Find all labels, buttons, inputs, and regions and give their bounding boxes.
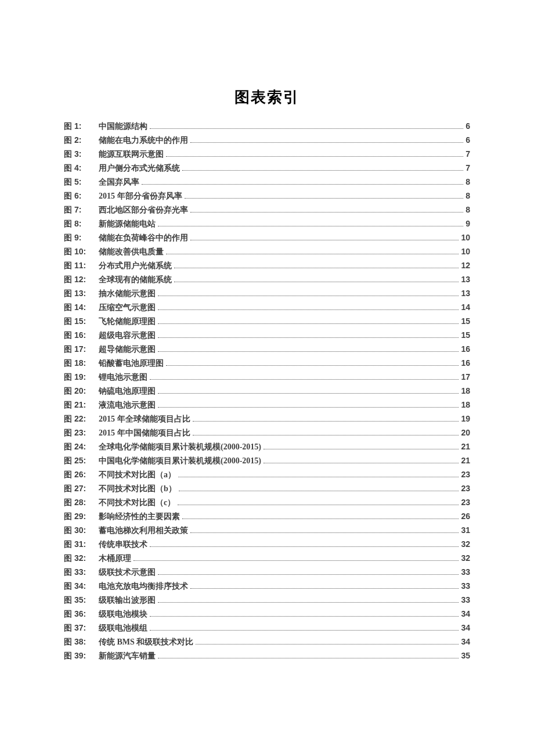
toc-entry-title: 不同技术对比图（a）: [99, 471, 176, 479]
toc-entry-title: 新能源汽车销量: [99, 652, 156, 660]
toc-row[interactable]: 图 35:级联输出波形图33: [64, 593, 470, 607]
toc-entry-page: 35: [461, 651, 470, 660]
toc-entry-title: 分布式用户光储系统: [99, 262, 172, 270]
toc-entry-page: 13: [461, 289, 470, 297]
toc-leader-dots: [182, 519, 459, 519]
toc-entry-title: 钠硫电池原理图: [99, 387, 156, 395]
toc-row[interactable]: 图 16:超级电容示意图15: [64, 328, 470, 342]
toc-row[interactable]: 图 33:级联技术示意图33: [64, 565, 470, 579]
toc-row[interactable]: 图 22:2015 年全球储能项目占比19: [64, 412, 470, 426]
page: 图表索引 图 1:中国能源结构6图 2:储能在电力系统中的作用6图 3:能源互联…: [0, 0, 534, 756]
toc-row[interactable]: 图 32:木桶原理32: [64, 551, 470, 565]
toc-leader-dots: [158, 602, 459, 603]
toc-entry-title: 储能在负荷峰谷中的作用: [99, 234, 188, 242]
toc-entry-page: 7: [466, 150, 470, 158]
toc-leader-dots: [264, 463, 459, 463]
toc-row[interactable]: 图 2:储能在电力系统中的作用6: [64, 133, 470, 147]
toc-row[interactable]: 图 12:全球现有的储能系统13: [64, 272, 470, 286]
toc-row[interactable]: 图 31:传统串联技术32: [64, 537, 470, 551]
toc-entry-label: 图 22:: [64, 415, 99, 423]
toc-entry-label: 图 14:: [64, 303, 99, 312]
toc-row[interactable]: 图 36:级联电池模块34: [64, 607, 470, 621]
toc-entry-label: 图 1:: [64, 122, 99, 131]
toc-row[interactable]: 图 14:压缩空气示意图14: [64, 300, 470, 314]
toc-row[interactable]: 图 3:能源互联网示意图7: [64, 147, 470, 161]
toc-entry-title: 储能改善供电质量: [99, 248, 164, 256]
toc-row[interactable]: 图 20:钠硫电池原理图18: [64, 384, 470, 398]
toc-row[interactable]: 图 23:2015 年中国储能项目占比20: [64, 426, 470, 440]
toc-entry-label: 图 13:: [64, 289, 99, 298]
toc-leader-dots: [190, 240, 459, 240]
toc-entry-page: 10: [461, 247, 470, 255]
toc-entry-page: 20: [461, 429, 470, 437]
toc-row[interactable]: 图 13:抽水储能示意图13: [64, 286, 470, 300]
toc-entry-title: 级联技术示意图: [99, 568, 156, 577]
toc-row[interactable]: 图 1:中国能源结构6: [64, 119, 470, 133]
toc-row[interactable]: 图 39:新能源汽车销量35: [64, 649, 470, 663]
toc-row[interactable]: 图 5:全国弃风率8: [64, 175, 470, 189]
toc-row[interactable]: 图 6:2015 年部分省份弃风率8: [64, 189, 470, 203]
toc-entry-page: 6: [466, 136, 470, 144]
toc-entry-title: 锂电池示意图: [99, 373, 147, 381]
toc-entry-page: 19: [461, 415, 470, 423]
toc-entry-label: 图 4:: [64, 164, 99, 172]
toc-row[interactable]: 图 10:储能改善供电质量10: [64, 244, 470, 258]
toc-entry-title: 用户侧分布式光储系统: [99, 164, 180, 172]
toc-leader-dots: [193, 435, 459, 435]
toc-row[interactable]: 图 7:西北地区部分省份弃光率8: [64, 203, 470, 217]
toc-row[interactable]: 图 27:不同技术对比图（b）23: [64, 481, 470, 495]
toc-entry-title: 影响经济性的主要因素: [99, 513, 180, 521]
toc-leader-dots: [158, 574, 459, 575]
toc-entry-page: 34: [461, 638, 470, 646]
toc-entry-label: 图 3:: [64, 150, 99, 159]
toc-entry-title: 铅酸蓄电池原理图: [99, 359, 164, 368]
toc-row[interactable]: 图 34:电池充放电均衡排序技术33: [64, 579, 470, 593]
toc-row[interactable]: 图 26:不同技术对比图（a）23: [64, 467, 470, 481]
toc-entry-label: 图 37:: [64, 624, 99, 632]
toc-entry-label: 图 33:: [64, 568, 99, 577]
toc-leader-dots: [158, 407, 459, 408]
toc-row[interactable]: 图 30:蓄电池梯次利用相关政策31: [64, 523, 470, 537]
toc-entry-page: 32: [461, 540, 470, 548]
toc-leader-dots: [158, 393, 459, 394]
toc-entry-title: 液流电池示意图: [99, 401, 156, 409]
toc-row[interactable]: 图 24:全球电化学储能项目累计装机规模(2000-2015)21: [64, 440, 470, 453]
toc-entry-title: 新能源储能电站: [99, 220, 156, 228]
toc-row[interactable]: 图 9:储能在负荷峰谷中的作用10: [64, 231, 470, 244]
toc-row[interactable]: 图 29:影响经济性的主要因素26: [64, 509, 470, 523]
toc-entry-label: 图 30:: [64, 526, 99, 535]
toc-entry-label: 图 8:: [64, 219, 99, 228]
toc-entry-title: 压缩空气示意图: [99, 304, 156, 312]
toc-row[interactable]: 图 15:飞轮储能原理图15: [64, 314, 470, 328]
toc-leader-dots: [134, 560, 459, 561]
toc-entry-page: 15: [461, 317, 470, 325]
toc-leader-dots: [190, 532, 459, 533]
toc-entry-label: 图 5:: [64, 178, 99, 186]
toc-row[interactable]: 图 11:分布式用户光储系统12: [64, 258, 470, 272]
toc-entry-page: 32: [461, 554, 470, 562]
toc-row[interactable]: 图 37:级联电池模组34: [64, 621, 470, 635]
toc-leader-dots: [158, 323, 459, 324]
toc-row[interactable]: 图 19:锂电池示意图17: [64, 370, 470, 384]
toc-row[interactable]: 图 17:超导储能示意图16: [64, 342, 470, 356]
toc-leader-dots: [158, 309, 459, 310]
toc-entry-page: 6: [466, 122, 470, 130]
toc-row[interactable]: 图 21:液流电池示意图18: [64, 398, 470, 412]
toc-leader-dots: [196, 644, 459, 645]
toc-row[interactable]: 图 8:新能源储能电站9: [64, 217, 470, 231]
toc-entry-title: 级联输出波形图: [99, 596, 156, 604]
toc-entry-label: 图 6:: [64, 192, 99, 200]
toc-entry-page: 33: [461, 596, 470, 604]
toc-row[interactable]: 图 28:不同技术对比图（c）23: [64, 495, 470, 509]
toc-row[interactable]: 图 25:中国电化学储能项目累计装机规模(2000-2015)21: [64, 453, 470, 467]
toc-entry-page: 26: [461, 512, 470, 520]
toc-leader-dots: [193, 421, 459, 422]
toc-row[interactable]: 图 38:传统 BMS 和级联技术对比34: [64, 635, 470, 649]
toc-leader-dots: [158, 226, 463, 226]
toc-leader-dots: [178, 477, 459, 477]
toc-row[interactable]: 图 18:铅酸蓄电池原理图16: [64, 356, 470, 370]
toc-leader-dots: [150, 630, 459, 631]
toc-entry-title: 能源互联网示意图: [99, 150, 164, 159]
toc-row[interactable]: 图 4:用户侧分布式光储系统7: [64, 161, 470, 175]
toc-entry-page: 34: [461, 624, 470, 632]
